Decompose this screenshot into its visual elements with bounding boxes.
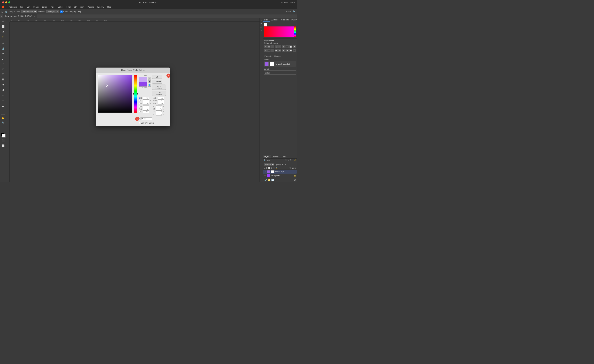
fg-swatch[interactable] bbox=[264, 23, 267, 26]
s-input[interactable] bbox=[143, 99, 149, 102]
gradient-tool[interactable]: ▦ bbox=[1, 77, 6, 82]
menu-plugins[interactable]: Plugins bbox=[86, 6, 95, 8]
sample-size-select[interactable]: Point Sample bbox=[21, 10, 37, 13]
apple-menu[interactable]: 🍎 bbox=[1, 6, 4, 8]
selective-color-adj[interactable]: ◼ bbox=[285, 49, 289, 52]
alert-icon[interactable]: ⚠ bbox=[148, 77, 151, 80]
panel-icon-3[interactable]: A bbox=[261, 26, 262, 28]
c-input[interactable] bbox=[156, 105, 162, 108]
menu-file[interactable]: File bbox=[19, 6, 25, 8]
type-tool[interactable]: T bbox=[1, 99, 6, 103]
cancel-button[interactable]: Cancel bbox=[152, 80, 162, 84]
eyedropper-tool[interactable]: 🔬 bbox=[1, 46, 6, 51]
channel-mixer-adj[interactable]: ⬛ bbox=[267, 49, 270, 52]
curves-adj[interactable]: ⋮ bbox=[271, 45, 274, 48]
channels-tab[interactable]: Channels bbox=[271, 155, 281, 159]
lock-artboard-icon[interactable]: ⬛ bbox=[273, 167, 275, 169]
menu-photoshop[interactable]: Photoshop bbox=[6, 6, 18, 8]
shape-tool[interactable]: ▭ bbox=[1, 109, 6, 114]
rb-input[interactable] bbox=[143, 111, 149, 113]
lab-b-input[interactable] bbox=[158, 102, 164, 105]
gradient-map-adj[interactable]: ▣ bbox=[282, 45, 285, 48]
menu-3d[interactable]: 3D bbox=[73, 6, 78, 8]
layer-filter-shape[interactable]: ▭ bbox=[291, 159, 293, 162]
hue-sat-adj[interactable]: ⬛ bbox=[285, 45, 289, 48]
history-brush-tool[interactable]: ↩ bbox=[1, 66, 6, 71]
tab-color[interactable]: Color bbox=[263, 18, 270, 22]
menu-window[interactable]: Window bbox=[96, 6, 105, 8]
menu-layer[interactable]: Layer bbox=[41, 6, 48, 8]
menu-view[interactable]: View bbox=[79, 6, 86, 8]
properties-tab[interactable]: Properties bbox=[264, 55, 273, 58]
h-radio[interactable] bbox=[139, 98, 140, 99]
s-radio[interactable] bbox=[139, 100, 140, 101]
opacity-value[interactable]: 100% bbox=[282, 164, 286, 165]
cube-icon[interactable]: ⬛ bbox=[148, 80, 151, 83]
paths-tab[interactable]: Paths bbox=[281, 155, 288, 159]
tab-close-icon[interactable]: × bbox=[34, 15, 34, 17]
share-button[interactable]: Share bbox=[286, 11, 291, 13]
r-radio[interactable] bbox=[139, 106, 140, 107]
layer-visibility-bg[interactable]: 👁 bbox=[264, 174, 266, 177]
eraser-tool[interactable]: ◻ bbox=[1, 72, 6, 76]
search-layers-icon[interactable]: 🔍 bbox=[264, 159, 266, 162]
invert-adj[interactable]: ⬤ bbox=[275, 49, 278, 52]
color-field[interactable] bbox=[98, 75, 132, 113]
menu-image[interactable]: Image bbox=[32, 6, 40, 8]
add-to-swatches-button[interactable]: Add to Swatches bbox=[152, 85, 166, 90]
zoom-tool[interactable]: 🔍 bbox=[1, 120, 6, 125]
panel-icon-2[interactable]: ↔ bbox=[260, 22, 262, 24]
feather-slider[interactable] bbox=[264, 74, 296, 75]
menu-edit[interactable]: Edit bbox=[25, 6, 31, 8]
eyedropper-icon[interactable]: 🔬 bbox=[5, 11, 7, 13]
levels-adj[interactable]: ▤ bbox=[267, 45, 270, 48]
l-input[interactable] bbox=[158, 97, 164, 99]
lab-b-radio[interactable] bbox=[153, 103, 155, 104]
libraries-tab[interactable]: Libraries bbox=[274, 55, 282, 58]
pattern-adj[interactable]: ⬛ bbox=[293, 49, 296, 52]
document-tab-active[interactable]: Base layer.jpeg @ 100% (RGB/8#) * × bbox=[3, 14, 37, 18]
layer-item-blend[interactable]: 👁 Blend Layer bbox=[263, 170, 297, 174]
clone-stamp-tool[interactable]: ✦ bbox=[1, 61, 6, 66]
delete-layer-icon[interactable]: 🗑 bbox=[294, 179, 296, 181]
lock-all-icon[interactable]: 🔒 bbox=[276, 167, 277, 169]
posterize-adj[interactable]: ▦ bbox=[278, 49, 281, 52]
hex-input[interactable] bbox=[140, 117, 152, 120]
screen-mode-tool[interactable]: ⬜ bbox=[1, 143, 6, 148]
brightness-adj[interactable]: ☀ bbox=[264, 45, 267, 48]
color-spectrum[interactable] bbox=[264, 26, 296, 37]
b-input[interactable] bbox=[143, 102, 149, 105]
rb-radio[interactable] bbox=[139, 111, 140, 113]
menu-select[interactable]: Select bbox=[56, 6, 65, 8]
marquee-tool[interactable]: ⬜ bbox=[1, 24, 6, 29]
color-libraries-button[interactable]: Color Libraries bbox=[152, 91, 166, 96]
layer-filter-type[interactable]: T bbox=[290, 159, 291, 162]
menu-type[interactable]: Type bbox=[49, 6, 56, 8]
color-current-box[interactable] bbox=[139, 82, 147, 87]
photo-filter-adj[interactable]: ▨ bbox=[264, 49, 267, 52]
layer-item-background[interactable]: 👁 Background 🔒 bbox=[263, 174, 297, 177]
minimize-button[interactable] bbox=[5, 1, 7, 3]
h-input[interactable] bbox=[143, 97, 149, 99]
pen-tool[interactable]: ✒ bbox=[1, 93, 6, 98]
exposure-adj[interactable]: △ bbox=[275, 45, 278, 48]
tab-swatches[interactable]: Swatches bbox=[270, 18, 280, 22]
g-radio[interactable] bbox=[139, 108, 140, 110]
hand-tool[interactable]: ✋ bbox=[1, 115, 6, 120]
m-input[interactable] bbox=[156, 108, 162, 111]
tab-gradients[interactable]: Gradients bbox=[280, 18, 290, 22]
window-controls[interactable] bbox=[2, 1, 10, 3]
magic-wand-tool[interactable]: ⚡ bbox=[1, 34, 6, 39]
spot-healing-tool[interactable]: ⊕ bbox=[1, 51, 6, 56]
move-tool[interactable]: ✛ bbox=[1, 19, 6, 24]
maximize-button[interactable] bbox=[8, 1, 10, 3]
l-radio[interactable] bbox=[153, 98, 155, 99]
sample-select[interactable]: All Layers bbox=[46, 10, 59, 13]
close-button[interactable] bbox=[2, 1, 4, 3]
blend-mode-select[interactable]: Normal bbox=[264, 163, 274, 166]
path-selection-tool[interactable]: ▶ bbox=[1, 104, 6, 109]
brush-tool[interactable]: 🖌 bbox=[1, 56, 6, 61]
density-slider[interactable] bbox=[264, 70, 296, 71]
lock-pixels-icon[interactable]: ⬜ bbox=[268, 167, 270, 169]
more-tools[interactable]: ⋯ bbox=[1, 126, 6, 130]
